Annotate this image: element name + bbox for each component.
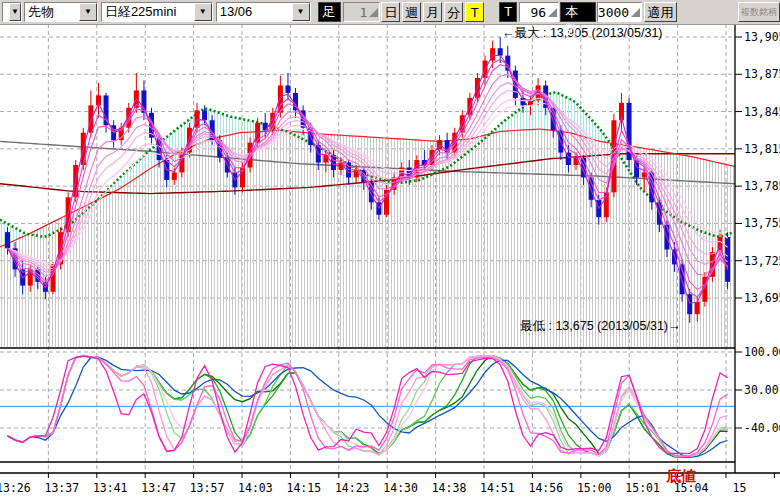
time-axis-label: 13:37 [44,481,79,495]
contract-month-value: 13/06 [217,3,292,21]
chart-canvas[interactable]: 13,90513,87513,84513,81513,78513,75513,7… [0,24,780,500]
symbol-combo[interactable]: 日経225mini ▼ [101,2,213,22]
osc-axis-label: 30.00 [744,383,779,397]
candle-body [172,172,177,179]
price-axis-label: 13,785 [744,179,780,193]
bar-type-label: 足 [318,2,341,22]
interval-input[interactable]: 1 [343,2,381,22]
candle-body [202,110,207,120]
period-button-week[interactable]: 週 [402,2,421,22]
price-axis-label: 13,695 [744,291,780,305]
period-button-month[interactable]: 月 [423,2,442,22]
period-button-minute[interactable]: 分 [444,2,463,22]
market-combo[interactable]: 先物 ▼ [24,2,98,22]
symbol-value: 日経225mini [102,3,194,21]
chevron-down-icon: ▼ [79,3,97,21]
candle-body [498,48,503,55]
time-axis-label: 14:51 [480,481,515,495]
bar-count-label: 本数 [560,2,596,22]
chart-app-window: { "toolbar": { "market": "先物", "symbol":… [0,0,780,500]
apply-button[interactable]: 適用 [644,2,677,22]
price-axis-label: 13,755 [744,216,780,230]
time-axis-label: 14:30 [383,481,418,495]
bar-count-value: 3000 [598,5,629,20]
tick-count-value: 96 [531,5,547,20]
price-axis-label: 13,725 [744,254,780,268]
time-axis-label: 14:15 [286,481,321,495]
time-axis-label: 13:47 [141,481,176,495]
bottom-price-annotation: 底値 [665,467,696,484]
tick-count-input[interactable]: 96 [519,2,559,22]
time-axis-label: 14:38 [432,481,467,495]
candle-body [695,302,700,314]
price-axis-label: 13,815 [744,142,780,156]
chevron-down-icon: ▼ [9,3,21,21]
osc-axis-label: 100.00 [744,345,780,359]
interval-value: 1 [360,5,368,20]
price-axis-label: 13,875 [744,67,780,81]
min-price-annotation: 最低 : 13,675 (2013/05/31)→ [520,319,681,333]
candle-body [5,232,10,248]
spinner-icon[interactable] [631,8,640,17]
price-axis-label: 13,845 [744,105,780,119]
candle-body [285,85,290,92]
market-value: 先物 [25,3,79,21]
time-axis-label: 14:56 [528,481,563,495]
price-axis-label: 13,905 [744,30,780,44]
spinner-icon[interactable] [548,8,557,17]
time-axis-label: 15:01 [625,481,660,495]
osc-axis-label: -40.00 [744,421,780,435]
period-button-tick[interactable]: T [465,2,484,22]
symbol-category-combo[interactable]: ▼ [2,2,22,22]
time-axis-label: 15:00 [577,481,612,495]
candle-body [725,237,730,282]
chevron-down-icon: ▼ [194,3,212,21]
toolbar: ▼ 先物 ▼ 日経225mini ▼ 13/06 ▼ 足 1 日 週 月 分 T… [0,0,780,25]
time-axis-label: 13:41 [93,481,128,495]
multi-symbol-button[interactable]: 複数銘柄 [738,2,780,22]
contract-month-combo[interactable]: 13/06 ▼ [216,2,311,22]
time-axis-label: 13:26 [0,481,31,495]
spinner-icon[interactable] [369,8,378,17]
period-button-day[interactable]: 日 [381,2,400,22]
time-axis-label: 15 [732,481,746,495]
time-axis-label: 13:57 [190,481,225,495]
tick-count-label: T [499,2,517,22]
bar-count-input[interactable]: 3000 [597,2,642,22]
time-axis-label: 14:23 [335,481,370,495]
max-price-annotation: ←最大 : 13,905 (2013/05/31) [502,26,663,40]
time-axis-label: 14:03 [238,481,273,495]
chevron-down-icon: ▼ [292,3,310,21]
